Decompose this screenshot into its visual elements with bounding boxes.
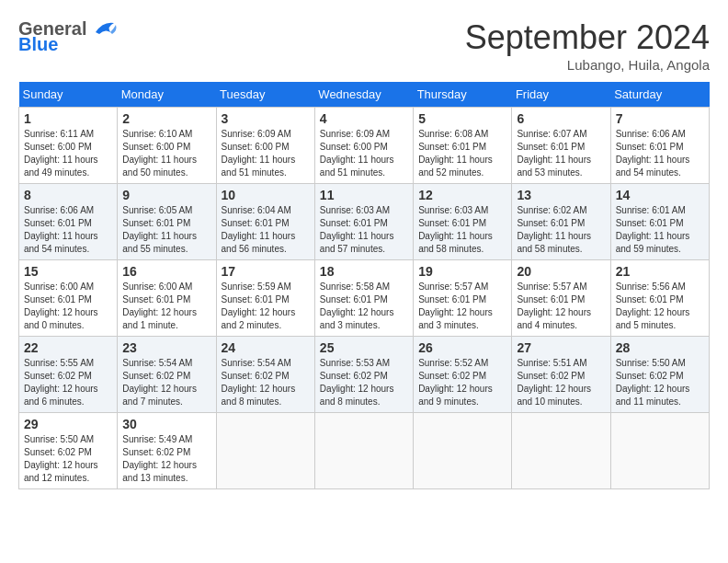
day-number: 3 [222, 111, 310, 126]
day-info: Sunrise: 5:55 AMSunset: 6:02 PMDaylight:… [24, 357, 112, 408]
calendar-header-row: SundayMondayTuesdayWednesdayThursdayFrid… [19, 82, 710, 108]
empty-cell [610, 413, 709, 489]
day-info: Sunrise: 6:04 AMSunset: 6:01 PMDaylight:… [222, 204, 310, 256]
day-info: Sunrise: 5:57 AMSunset: 6:01 PMDaylight:… [418, 281, 506, 332]
calendar-table: SundayMondayTuesdayWednesdayThursdayFrid… [18, 82, 710, 489]
calendar-day-6: 6Sunrise: 6:07 AMSunset: 6:01 PMDaylight… [512, 108, 610, 184]
day-info: Sunrise: 6:09 AMSunset: 6:00 PMDaylight:… [222, 128, 310, 179]
calendar-day-27: 27Sunrise: 5:51 AMSunset: 6:02 PMDayligh… [512, 337, 610, 413]
calendar-day-23: 23Sunrise: 5:54 AMSunset: 6:02 PMDayligh… [118, 337, 216, 413]
empty-cell [414, 413, 512, 489]
calendar-day-26: 26Sunrise: 5:52 AMSunset: 6:02 PMDayligh… [414, 337, 512, 413]
calendar-day-10: 10Sunrise: 6:04 AMSunset: 6:01 PMDayligh… [216, 184, 314, 260]
calendar-day-11: 11Sunrise: 6:03 AMSunset: 6:01 PMDayligh… [314, 184, 413, 260]
calendar-header-tuesday: Tuesday [216, 82, 314, 108]
day-number: 20 [517, 264, 605, 279]
day-number: 16 [122, 264, 210, 279]
calendar-header-saturday: Saturday [610, 82, 709, 108]
day-info: Sunrise: 5:59 AMSunset: 6:01 PMDaylight:… [222, 281, 310, 332]
day-info: Sunrise: 5:54 AMSunset: 6:02 PMDaylight:… [122, 357, 210, 408]
calendar-day-28: 28Sunrise: 5:50 AMSunset: 6:02 PMDayligh… [610, 337, 709, 413]
day-info: Sunrise: 6:05 AMSunset: 6:01 PMDaylight:… [122, 204, 210, 256]
day-number: 9 [122, 188, 210, 202]
day-number: 28 [616, 340, 704, 355]
calendar-day-21: 21Sunrise: 5:56 AMSunset: 6:01 PMDayligh… [610, 260, 709, 337]
calendar-header-friday: Friday [512, 82, 610, 108]
day-info: Sunrise: 6:00 AMSunset: 6:01 PMDaylight:… [122, 281, 210, 332]
calendar-day-15: 15Sunrise: 6:00 AMSunset: 6:01 PMDayligh… [19, 260, 118, 337]
empty-cell [512, 413, 610, 489]
day-number: 19 [418, 264, 506, 279]
calendar-header-wednesday: Wednesday [314, 82, 413, 108]
calendar-day-16: 16Sunrise: 6:00 AMSunset: 6:01 PMDayligh… [118, 260, 216, 337]
calendar-day-22: 22Sunrise: 5:55 AMSunset: 6:02 PMDayligh… [19, 337, 118, 413]
day-info: Sunrise: 5:58 AMSunset: 6:01 PMDaylight:… [320, 281, 408, 332]
day-number: 26 [418, 340, 506, 355]
day-info: Sunrise: 6:09 AMSunset: 6:00 PMDaylight:… [320, 128, 408, 179]
calendar-day-18: 18Sunrise: 5:58 AMSunset: 6:01 PMDayligh… [314, 260, 413, 337]
calendar-day-9: 9Sunrise: 6:05 AMSunset: 6:01 PMDaylight… [118, 184, 216, 260]
calendar-header-monday: Monday [118, 82, 216, 108]
calendar-day-19: 19Sunrise: 5:57 AMSunset: 6:01 PMDayligh… [414, 260, 512, 337]
day-info: Sunrise: 6:00 AMSunset: 6:01 PMDaylight:… [24, 281, 112, 332]
day-info: Sunrise: 6:03 AMSunset: 6:01 PMDaylight:… [418, 204, 506, 256]
calendar-day-14: 14Sunrise: 6:01 AMSunset: 6:01 PMDayligh… [610, 184, 709, 260]
day-info: Sunrise: 5:53 AMSunset: 6:02 PMDaylight:… [320, 357, 408, 408]
day-info: Sunrise: 5:49 AMSunset: 6:02 PMDaylight:… [122, 433, 210, 485]
empty-cell [314, 413, 413, 489]
day-number: 17 [222, 264, 310, 279]
calendar-header-thursday: Thursday [414, 82, 512, 108]
calendar-day-13: 13Sunrise: 6:02 AMSunset: 6:01 PMDayligh… [512, 184, 610, 260]
day-number: 14 [616, 188, 704, 202]
day-info: Sunrise: 6:01 AMSunset: 6:01 PMDaylight:… [616, 204, 704, 256]
calendar-day-2: 2Sunrise: 6:10 AMSunset: 6:00 PMDaylight… [118, 108, 216, 184]
calendar-day-8: 8Sunrise: 6:06 AMSunset: 6:01 PMDaylight… [19, 184, 118, 260]
day-number: 12 [418, 188, 506, 202]
day-number: 30 [122, 417, 210, 431]
calendar-day-20: 20Sunrise: 5:57 AMSunset: 6:01 PMDayligh… [512, 260, 610, 337]
day-number: 4 [320, 111, 408, 126]
day-number: 25 [320, 340, 408, 355]
day-number: 22 [24, 340, 112, 355]
day-info: Sunrise: 5:51 AMSunset: 6:02 PMDaylight:… [517, 357, 605, 408]
day-number: 7 [616, 111, 704, 126]
calendar-day-7: 7Sunrise: 6:06 AMSunset: 6:01 PMDaylight… [610, 108, 709, 184]
day-info: Sunrise: 6:02 AMSunset: 6:01 PMDaylight:… [517, 204, 605, 256]
empty-cell [216, 413, 314, 489]
calendar-week-row-3: 15Sunrise: 6:00 AMSunset: 6:01 PMDayligh… [19, 260, 710, 337]
calendar-week-row-5: 29Sunrise: 5:50 AMSunset: 6:02 PMDayligh… [19, 413, 710, 489]
day-info: Sunrise: 6:11 AMSunset: 6:00 PMDaylight:… [24, 128, 112, 179]
day-info: Sunrise: 5:50 AMSunset: 6:02 PMDaylight:… [24, 433, 112, 485]
day-number: 8 [24, 188, 112, 202]
day-number: 2 [122, 111, 210, 126]
calendar-day-25: 25Sunrise: 5:53 AMSunset: 6:02 PMDayligh… [314, 337, 413, 413]
calendar-header-sunday: Sunday [19, 82, 118, 108]
calendar-day-30: 30Sunrise: 5:49 AMSunset: 6:02 PMDayligh… [118, 413, 216, 489]
day-number: 11 [320, 188, 408, 202]
day-number: 29 [24, 417, 112, 431]
day-info: Sunrise: 5:50 AMSunset: 6:02 PMDaylight:… [616, 357, 704, 408]
logo-blue-text: Blue [18, 34, 58, 55]
day-number: 15 [24, 264, 112, 279]
calendar-day-17: 17Sunrise: 5:59 AMSunset: 6:01 PMDayligh… [216, 260, 314, 337]
calendar-day-4: 4Sunrise: 6:09 AMSunset: 6:00 PMDaylight… [314, 108, 413, 184]
day-info: Sunrise: 6:07 AMSunset: 6:01 PMDaylight:… [517, 128, 605, 179]
day-info: Sunrise: 6:06 AMSunset: 6:01 PMDaylight:… [24, 204, 112, 256]
day-number: 10 [222, 188, 310, 202]
day-number: 5 [418, 111, 506, 126]
day-number: 18 [320, 264, 408, 279]
month-title: September 2024 [465, 18, 710, 57]
day-info: Sunrise: 5:56 AMSunset: 6:01 PMDaylight:… [616, 281, 704, 332]
day-number: 27 [517, 340, 605, 355]
calendar-day-24: 24Sunrise: 5:54 AMSunset: 6:02 PMDayligh… [216, 337, 314, 413]
day-info: Sunrise: 5:57 AMSunset: 6:01 PMDaylight:… [517, 281, 605, 332]
calendar-day-12: 12Sunrise: 6:03 AMSunset: 6:01 PMDayligh… [414, 184, 512, 260]
day-info: Sunrise: 6:03 AMSunset: 6:01 PMDaylight:… [320, 204, 408, 256]
day-info: Sunrise: 6:08 AMSunset: 6:01 PMDaylight:… [418, 128, 506, 179]
calendar-day-1: 1Sunrise: 6:11 AMSunset: 6:00 PMDaylight… [19, 108, 118, 184]
day-number: 24 [222, 340, 310, 355]
day-number: 21 [616, 264, 704, 279]
page-header: General Blue September 2024 Lubango, Hui… [18, 18, 710, 73]
day-info: Sunrise: 5:52 AMSunset: 6:02 PMDaylight:… [418, 357, 506, 408]
logo: General Blue [18, 18, 118, 55]
